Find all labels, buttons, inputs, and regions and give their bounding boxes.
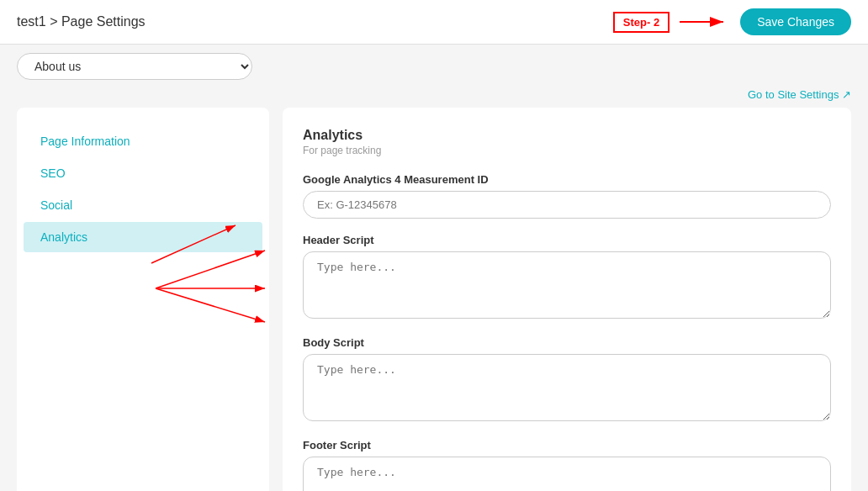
sidebar-item-page-information[interactable]: Page Information <box>24 126 262 156</box>
section-title: Analytics <box>303 128 831 143</box>
step2-annotation: Step- 2 <box>613 12 670 33</box>
ga4-label: Google Analytics 4 Measurement ID <box>303 173 831 186</box>
body-script-field-group: Body Script <box>303 336 831 424</box>
sidebar-item-social[interactable]: Social <box>24 190 262 220</box>
footer-script-textarea[interactable] <box>303 457 831 491</box>
step2-arrow <box>680 13 730 30</box>
body-script-textarea[interactable] <box>303 354 831 421</box>
save-button[interactable]: Save Changes <box>740 8 851 35</box>
body-script-label: Body Script <box>303 336 831 349</box>
sidebar: Page Information SEO Social Analytics St… <box>17 108 269 491</box>
header-script-field-group: Header Script <box>303 234 831 321</box>
footer-script-field-group: Footer Script <box>303 439 831 491</box>
content-panel: Analytics For page tracking Google Analy… <box>283 108 851 491</box>
ga4-input[interactable] <box>303 191 831 219</box>
top-bar: test1 > Page Settings Step- 2 Save Chang… <box>0 0 868 45</box>
footer-script-label: Footer Script <box>303 439 831 451</box>
main-layout: Page Information SEO Social Analytics St… <box>0 108 868 491</box>
sidebar-item-seo[interactable]: SEO <box>24 158 262 188</box>
section-subtitle: For page tracking <box>303 145 831 156</box>
svg-line-6 <box>156 288 265 322</box>
svg-line-4 <box>156 251 265 288</box>
go-to-site-link[interactable]: Go to Site Settings ↗ <box>0 88 868 108</box>
header-script-textarea[interactable] <box>303 251 831 319</box>
breadcrumb: test1 > Page Settings <box>17 14 146 29</box>
page-select-bar: About us <box>0 45 868 88</box>
top-right-area: Step- 2 Save Changes <box>613 8 851 35</box>
sidebar-item-analytics[interactable]: Analytics <box>24 222 262 252</box>
header-script-label: Header Script <box>303 234 831 246</box>
ga4-field-group: Google Analytics 4 Measurement ID <box>303 173 831 219</box>
page-dropdown[interactable]: About us <box>17 53 252 80</box>
